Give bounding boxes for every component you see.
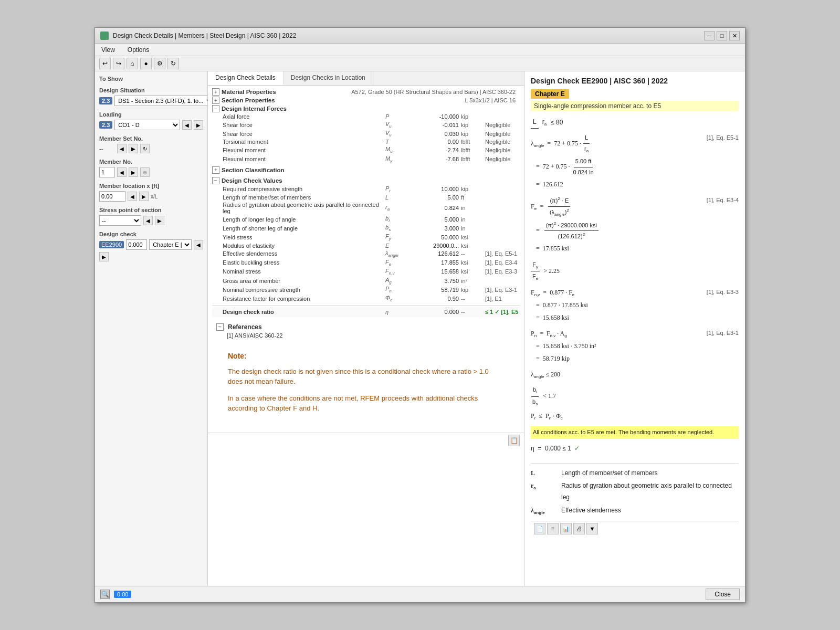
cv-val-0: 10.000 [412, 186, 459, 192]
cv-name-1: Length of member/set of members [223, 194, 385, 201]
toolbar-btn-6[interactable]: ↻ [167, 58, 179, 69]
lambda-block: λangle = 72 + 0.75 · Lra [1], Eq. E5-1 =… [531, 133, 739, 191]
rt-btn-3[interactable]: 📊 [560, 523, 572, 534]
member-location-input[interactable] [99, 191, 125, 202]
mn-prev-btn[interactable]: ◀ [117, 167, 127, 177]
toolbar-btn-2[interactable]: ↪ [113, 58, 124, 69]
minimize-button[interactable]: ─ [704, 31, 715, 40]
fe-ref: [1], Eq. E3-4 [707, 195, 739, 206]
title-bar: Design Check Details | Members | Steel D… [95, 28, 745, 44]
loc-prev-btn[interactable]: ◀ [128, 192, 137, 201]
dc-chapter-select[interactable]: Chapter E | Sing... [149, 239, 192, 250]
force-name-0: Axial force [223, 113, 385, 120]
design-ratio-unit: -- [459, 309, 485, 315]
cv-sym-4: bs [385, 224, 412, 232]
pn-block: Pn = Fn,v · Ag [1], Eq. E3-1 = 15.658 ks… [531, 328, 739, 365]
dc-next-btn[interactable]: ▶ [99, 252, 109, 261]
force-row-5: Flexural moment My -7.68 lbfft Negligibl… [212, 155, 520, 164]
loading-prev-btn[interactable]: ◀ [182, 120, 192, 130]
loading-select[interactable]: CO1 - D [114, 120, 180, 130]
cv-name-7: Effective slenderness [223, 250, 385, 257]
section-value: L 5x3x1/2 | AISC 16 [465, 97, 520, 103]
ms-next-btn[interactable]: ▶ [129, 144, 138, 153]
cv-ref-8: [1], Eq. E3-4 [485, 259, 520, 266]
toolbar-btn-3[interactable]: ⌂ [127, 58, 138, 69]
stress-point-select[interactable]: -- [99, 215, 141, 226]
cv-name-6: Modulus of elasticity [223, 243, 385, 249]
tab-design-checks-location[interactable]: Design Checks in Location [284, 71, 373, 85]
force-val-1: -0.011 [412, 122, 459, 128]
location-unit: x/L [151, 194, 158, 200]
legend-desc-2: Radius of gyration about geometric axis … [561, 480, 739, 503]
sp-prev-btn[interactable]: ◀ [143, 216, 153, 225]
loading-next-btn[interactable]: ▶ [194, 120, 203, 130]
sp-next-btn[interactable]: ▶ [155, 216, 164, 225]
rt-btn-2[interactable]: ≡ [547, 523, 559, 534]
to-show-label: To Show [99, 76, 203, 82]
section-class-toggle[interactable]: + [212, 166, 219, 174]
rt-btn-4[interactable]: 🖨 [573, 523, 585, 534]
fe-row1: Fe = (π)2 · E (λangle)2 [1], Eq. E3-4 [531, 195, 739, 218]
force-sym-2: Vv [385, 130, 412, 138]
force-unit-1: kip [459, 122, 485, 128]
cv-row-12: Resistance factor for compression Φc 0.9… [212, 294, 520, 303]
member-no-input[interactable] [99, 167, 115, 177]
force-name-4: Flexural moment [223, 147, 385, 153]
right-title: Design Check EE2900 | AISC 360 | 2022 [531, 77, 739, 85]
dc-prev-btn[interactable]: ◀ [194, 240, 203, 249]
material-value: A572, Grade 50 (HR Structural Shapes and… [351, 89, 520, 95]
legend-sym-3: λangle [531, 505, 557, 517]
section-toggle[interactable]: + [212, 97, 219, 104]
mn-next-btn[interactable]: ▶ [129, 167, 138, 177]
section-class-header: Section Classification [222, 167, 285, 173]
material-toggle[interactable]: + [212, 88, 219, 96]
force-sym-4: Mu [385, 146, 412, 154]
maximize-button[interactable]: □ [717, 31, 727, 40]
ms-reload-btn[interactable]: ↻ [140, 144, 150, 153]
menu-view[interactable]: View [99, 45, 117, 55]
cv-name-9: Nominal stress [223, 268, 385, 275]
tab-design-check-details[interactable]: Design Check Details [208, 71, 284, 85]
menu-options[interactable]: Options [125, 45, 151, 55]
cv-ref-9: [1], Eq. E3-3 [485, 268, 520, 275]
member-set-label: Member Set No. [99, 135, 203, 142]
legend-section: L Length of member/set of members ra Rad… [531, 463, 739, 517]
left-panel: To Show Design Situation 2.3 DS1 - Secti… [95, 71, 208, 586]
force-val-5: -7.68 [412, 156, 459, 162]
center-panel: Design Check Details Design Checks in Lo… [208, 71, 524, 586]
close-button[interactable]: Close [706, 589, 740, 600]
force-row-4: Flexural moment Mu 2.74 lbfft Negligible [212, 145, 520, 154]
fy-fe-cond: Fy Fe > 2.25 [531, 260, 739, 283]
check-values-header-row: − Design Check Values [212, 176, 520, 185]
cv-val-8: 17.855 [412, 259, 459, 266]
design-check-section: Design check EE2900 Chapter E | Sing... … [99, 231, 203, 261]
cv-val-10: 3.750 [412, 278, 459, 284]
toolbar-btn-1[interactable]: ↩ [99, 58, 111, 69]
stress-point-label: Stress point of section [99, 207, 203, 213]
check-values-toggle[interactable]: − [212, 177, 219, 184]
mn-pick-btn[interactable]: ⊕ [140, 167, 150, 177]
force-name-3: Torsional moment [223, 139, 385, 145]
toolbar-btn-5[interactable]: ⚙ [154, 58, 165, 69]
cv-sym-5: Fy [385, 233, 412, 241]
cv-unit-10: in² [459, 278, 485, 284]
dc-value-input[interactable] [126, 239, 147, 250]
cond3: Pr ≤ Pn · Φc [531, 411, 739, 423]
center-icon-btn[interactable]: 📋 [508, 435, 520, 446]
cv-sym-1: L [385, 194, 412, 201]
eta-result-text: η = 0.000 ≤ 1 [531, 443, 571, 455]
design-situation-select[interactable]: DS1 - Section 2.3 (LRFD), 1. to... [114, 96, 208, 106]
fe-block: Fe = (π)2 · E (λangle)2 [1], Eq. E3-4 = … [531, 195, 739, 254]
close-window-button[interactable]: ✕ [729, 31, 740, 40]
cv-name-3: Length of longer leg of angle [223, 216, 385, 223]
loc-next-btn[interactable]: ▶ [139, 192, 149, 201]
rt-btn-dropdown[interactable]: ▼ [586, 523, 598, 534]
to-show-section: To Show [99, 76, 203, 82]
legend-desc-1: Length of member/set of members [561, 468, 657, 479]
rt-btn-1[interactable]: 📄 [534, 523, 545, 534]
toolbar-btn-4[interactable]: ● [140, 58, 152, 69]
forces-toggle[interactable]: − [212, 105, 219, 112]
ms-prev-btn[interactable]: ◀ [117, 144, 127, 153]
ref-toggle[interactable]: − [216, 323, 224, 331]
cv-val-2: 0.824 [412, 205, 459, 211]
